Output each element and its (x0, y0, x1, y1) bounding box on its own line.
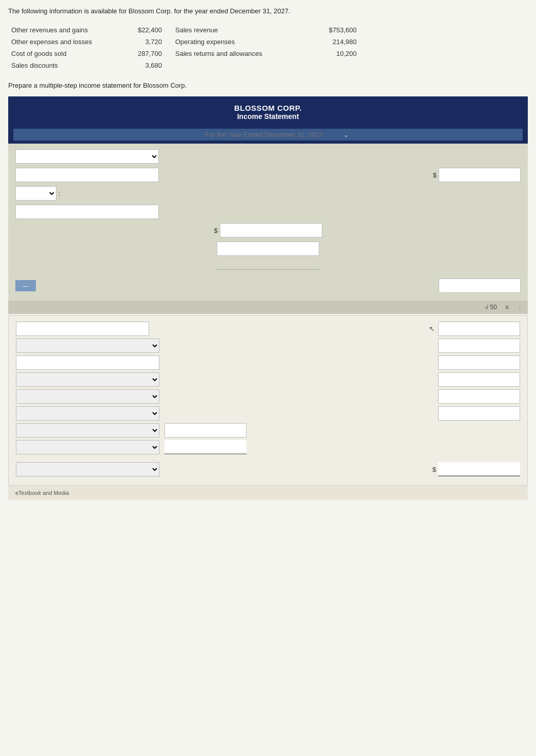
cont-input-2-right[interactable] (438, 355, 520, 370)
blue-box-dash: — (23, 283, 29, 289)
more-button[interactable]: : (517, 303, 523, 312)
label-cogs: Cost of goods sold (8, 48, 121, 59)
dollar-1: $ (433, 171, 437, 179)
row3-dropdown[interactable] (15, 186, 56, 201)
period-input[interactable] (188, 131, 341, 138)
company-name: BLOSSOM CORP. (13, 104, 523, 112)
dollar-final: $ (432, 466, 436, 473)
zoom-level: -/ 50 (485, 304, 497, 311)
label-other-revenues: Other revenues and gains (8, 24, 121, 36)
label-empty-4 (172, 59, 305, 71)
cont-final-value[interactable] (438, 462, 520, 476)
value-sales-revenue: $753,600 (305, 24, 367, 36)
row-6 (15, 241, 521, 256)
label-sales-returns: Sales returns and allowances (172, 48, 305, 59)
row-5: $ (15, 223, 521, 238)
cont-row-2 (16, 355, 520, 370)
cont-input-1-right[interactable] (438, 339, 520, 353)
cont-dropdown-4[interactable] (16, 406, 159, 421)
value-sales-discounts: 3,680 (121, 59, 172, 71)
row-7 (15, 260, 521, 275)
row6-input[interactable] (217, 242, 319, 256)
cont-dropdown-5[interactable] (16, 423, 159, 437)
page-wrapper: The following information is available f… (0, 0, 536, 756)
row-8: — (15, 278, 521, 293)
is-header: BLOSSOM CORP. Income Statement (8, 96, 528, 126)
row5-value-input[interactable] (220, 223, 322, 237)
is-period-row: ⌄ (13, 129, 523, 141)
row-1 (15, 149, 521, 164)
cont-row-7 (16, 440, 520, 454)
value-sales-returns: 10,200 (305, 48, 367, 59)
cont-row-final: $ (16, 462, 520, 476)
statement-title: Income Statement (13, 112, 523, 121)
cont-dropdown-3[interactable] (16, 389, 159, 404)
value-empty-4 (305, 59, 367, 71)
row7-underline (217, 265, 319, 270)
cont-spacer (16, 457, 520, 462)
label-operating-expenses: Operating expenses (172, 36, 305, 48)
cont-input-3-right[interactable] (438, 372, 520, 387)
cont-input-top[interactable] (16, 322, 149, 336)
cont-row-3 (16, 372, 520, 387)
row2-right: $ (433, 168, 521, 182)
toolbar-row: -/ 50 ≡ : (8, 301, 528, 314)
value-operating-expenses: 214,980 (305, 36, 367, 48)
blue-box: — (15, 280, 36, 291)
cont-row-6 (16, 423, 520, 437)
row-4 (15, 204, 521, 220)
cont-dropdown-6[interactable] (16, 440, 159, 454)
cursor-arrow: ↖ (429, 325, 435, 333)
data-table: Other revenues and gains $22,400 Sales r… (8, 24, 528, 71)
cont-input-6-mid[interactable] (164, 423, 246, 437)
list-button[interactable]: ≡ (503, 303, 511, 312)
row2-value-input[interactable] (439, 168, 521, 182)
cont-dropdown-2[interactable] (16, 372, 159, 387)
cont-row-5 (16, 406, 520, 421)
row1-dropdown[interactable] (15, 149, 159, 164)
footer-label: eTextbook and Media (8, 486, 528, 500)
cont-dropdown-final[interactable] (16, 462, 159, 476)
row8-value-input[interactable] (439, 278, 521, 293)
cont-input-4-right[interactable] (438, 389, 520, 404)
cont-input-2[interactable] (16, 355, 159, 370)
cont-row-0: ↖ (16, 322, 520, 336)
dollar-2: $ (214, 227, 217, 234)
form-section-top: $ : $ (8, 144, 528, 301)
prepare-text: Prepare a multiple-step income statement… (8, 82, 528, 89)
value-cogs: 287,700 (121, 48, 172, 59)
income-statement: BLOSSOM CORP. Income Statement ⌄ $ (8, 96, 528, 301)
row-3: : (15, 186, 521, 201)
row-2: $ (15, 167, 521, 183)
cont-input-5-right[interactable] (438, 406, 520, 421)
cont-row-1 (16, 339, 520, 353)
colon-sep: : (58, 190, 60, 197)
cont-input-top-right[interactable] (438, 322, 520, 336)
cont-input-7-mid[interactable] (164, 440, 246, 454)
label-sales-revenue: Sales revenue (172, 24, 305, 36)
intro-text: The following information is available f… (8, 5, 528, 15)
period-dropdown-icon[interactable]: ⌄ (343, 131, 349, 138)
cont-dropdown-1[interactable] (16, 339, 159, 353)
value-other-revenues: $22,400 (121, 24, 172, 36)
row2-input[interactable] (15, 168, 159, 182)
label-sales-discounts: Sales discounts (8, 59, 121, 71)
cont-row-4 (16, 389, 520, 404)
continuation-section: ↖ (8, 315, 528, 486)
label-other-expenses: Other expenses and losses (8, 36, 121, 48)
row4-input[interactable] (15, 205, 159, 219)
value-other-expenses: 3,720 (121, 36, 172, 48)
